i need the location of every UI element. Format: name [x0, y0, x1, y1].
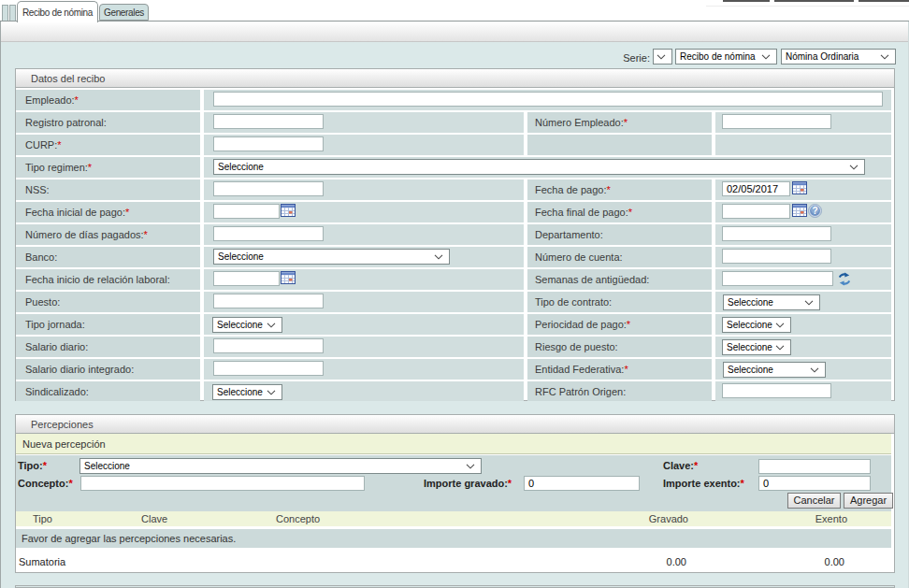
svg-text:?: ?: [812, 206, 817, 216]
